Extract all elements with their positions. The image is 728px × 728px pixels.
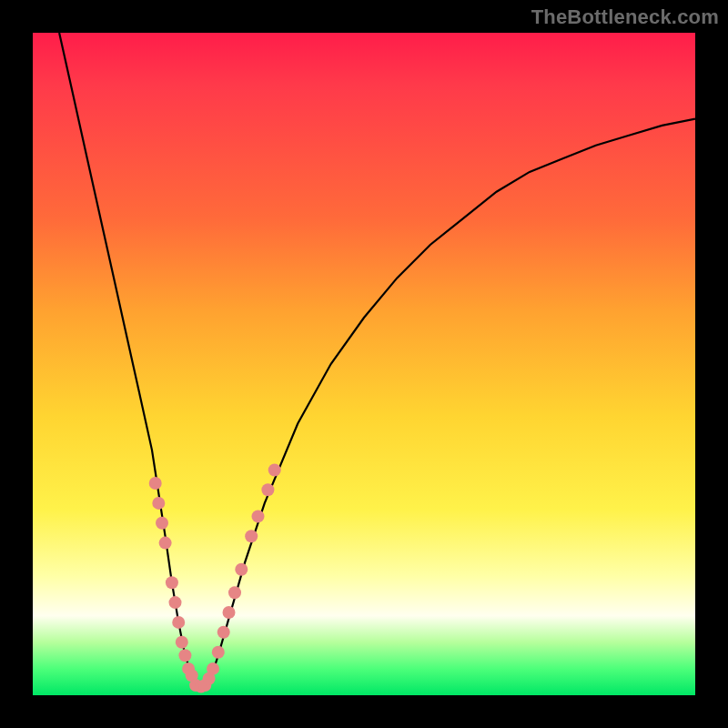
chart-frame: TheBottleneck.com: [0, 0, 728, 728]
curve-layer: [33, 33, 695, 695]
data-marker: [172, 616, 185, 629]
data-marker: [235, 563, 248, 576]
data-marker: [217, 626, 230, 639]
data-marker: [176, 636, 188, 649]
data-marker: [149, 477, 162, 490]
watermark-text: TheBottleneck.com: [531, 5, 719, 29]
bottleneck-curve-path: [59, 33, 695, 689]
data-marker: [245, 530, 258, 542]
data-marker: [156, 517, 168, 530]
data-marker: [169, 596, 182, 609]
data-marker: [207, 662, 219, 675]
data-markers-group: [149, 464, 281, 693]
data-marker: [261, 483, 274, 496]
data-marker: [159, 537, 172, 550]
data-marker: [223, 606, 236, 619]
data-marker: [212, 646, 225, 659]
data-marker: [252, 510, 265, 522]
gradient-plot-area: [33, 33, 695, 695]
data-marker: [178, 649, 191, 662]
data-marker: [152, 497, 165, 510]
data-marker: [166, 576, 178, 589]
data-marker: [268, 464, 281, 477]
data-marker: [228, 586, 241, 599]
